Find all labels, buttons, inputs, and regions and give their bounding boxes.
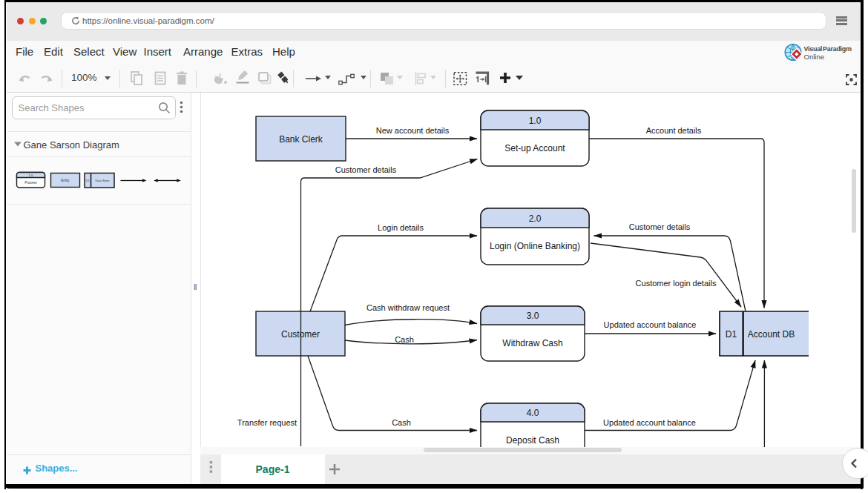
svg-text:D1: D1 bbox=[85, 179, 90, 182]
svg-text:Updated account balance: Updated account balance bbox=[603, 418, 696, 427]
svg-text:Data Store: Data Store bbox=[95, 179, 110, 182]
svg-text:Customer details: Customer details bbox=[629, 222, 691, 231]
svg-text:D1: D1 bbox=[726, 329, 737, 340]
svg-text:Process: Process bbox=[24, 181, 37, 185]
svg-text:Set-up Account: Set-up Account bbox=[504, 143, 565, 153]
svg-text:Entity: Entity bbox=[61, 179, 70, 182]
svg-text:2.0: 2.0 bbox=[529, 214, 542, 224]
svg-text:Cash withdraw request: Cash withdraw request bbox=[366, 303, 450, 312]
svg-text:Updated account balance: Updated account balance bbox=[604, 320, 697, 329]
svg-text:New account details: New account details bbox=[376, 126, 450, 135]
svg-text:Customer: Customer bbox=[281, 329, 320, 340]
svg-text:Bank Clerk: Bank Clerk bbox=[279, 134, 323, 145]
svg-text:4.0: 4.0 bbox=[527, 408, 539, 418]
svg-text:Account DB: Account DB bbox=[748, 329, 795, 340]
svg-text:Login (Online Banking): Login (Online Banking) bbox=[490, 241, 580, 251]
svg-text:3.0: 3.0 bbox=[527, 311, 539, 321]
svg-text:Customer details: Customer details bbox=[335, 165, 397, 174]
svg-text:Deposit Cash: Deposit Cash bbox=[506, 435, 559, 446]
svg-text:Cash: Cash bbox=[395, 335, 414, 344]
svg-text:1.0: 1.0 bbox=[28, 173, 33, 177]
svg-text:Transfer request: Transfer request bbox=[237, 418, 297, 427]
svg-text:Login details: Login details bbox=[378, 223, 424, 232]
svg-text:Cash: Cash bbox=[392, 418, 411, 427]
svg-text:Account details: Account details bbox=[646, 126, 702, 135]
svg-text:Customer login details: Customer login details bbox=[636, 279, 717, 288]
svg-text:1.0: 1.0 bbox=[529, 116, 542, 126]
svg-text:Withdraw Cash: Withdraw Cash bbox=[502, 338, 562, 348]
